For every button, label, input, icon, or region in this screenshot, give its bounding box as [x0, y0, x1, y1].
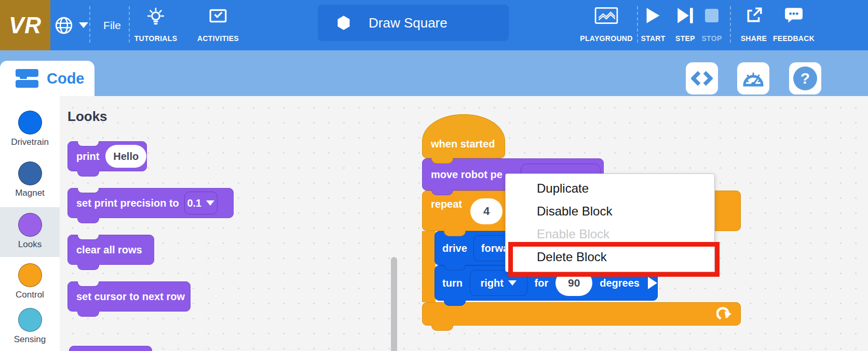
- block-label: set print precision to: [76, 197, 179, 209]
- degrees-input[interactable]: 90: [555, 270, 592, 296]
- block-when-started[interactable]: when started: [422, 114, 505, 158]
- project-name-button[interactable]: Draw Square: [318, 5, 509, 41]
- stop-icon: [705, 9, 718, 22]
- category-sidebar: Drivetrain Magnet Looks Control Sensing: [0, 96, 60, 351]
- playground-label: PLAYGROUND: [580, 34, 632, 43]
- sidebar-item-drivetrain[interactable]: Drivetrain: [0, 111, 60, 147]
- block-bump: [77, 264, 99, 270]
- feedback-bubble-icon: [784, 7, 803, 23]
- looks-category-icon[interactable]: [18, 213, 42, 237]
- block-label: turn: [442, 277, 463, 289]
- expand-play-icon[interactable]: [648, 277, 657, 289]
- block-notch: [77, 281, 99, 287]
- block-set-print-precision[interactable]: set print precision to 0.1: [67, 188, 234, 218]
- category-label: Drivetrain: [11, 137, 49, 147]
- feedback-button[interactable]: FEEDBACK: [772, 5, 816, 46]
- block-bump: [431, 189, 453, 195]
- vexcode-vr-app: VR File TUTORIALS A: [0, 0, 868, 351]
- top-menu-bar: VR File TUTORIALS A: [0, 0, 868, 50]
- menu-item-enable-block: Enable Block: [506, 223, 714, 246]
- text-code-view-button[interactable]: [686, 62, 718, 95]
- dashboard-button[interactable]: [737, 62, 769, 95]
- help-button[interactable]: ?: [789, 62, 821, 95]
- block-print[interactable]: print Hello: [67, 141, 147, 171]
- stop-button: STOP: [699, 5, 724, 46]
- control-category-icon[interactable]: [18, 263, 42, 287]
- sidebar-item-sensing[interactable]: Sensing: [0, 308, 60, 345]
- block-bump: [77, 218, 99, 223]
- block-label: drive: [442, 242, 467, 254]
- block-label: degrees: [600, 277, 640, 289]
- category-label: Magnet: [15, 188, 45, 198]
- chevron-down-icon: [79, 22, 88, 28]
- gauge-icon: [742, 69, 765, 88]
- language-selector[interactable]: [54, 0, 88, 50]
- sidebar-item-looks[interactable]: Looks: [0, 207, 60, 257]
- activities-button[interactable]: ACTIVITIES: [193, 5, 243, 46]
- category-label: Looks: [18, 239, 42, 250]
- start-button[interactable]: START: [639, 5, 667, 46]
- magnet-category-icon[interactable]: [18, 161, 42, 185]
- blocks-icon: [16, 69, 39, 88]
- repeat-arm[interactable]: [422, 231, 436, 302]
- divider: [637, 6, 638, 43]
- divider: [89, 6, 90, 43]
- precision-dropdown[interactable]: 0.1: [184, 192, 218, 214]
- block-bump: [431, 157, 453, 164]
- menu-item-disable-block[interactable]: Disable Block: [506, 200, 714, 223]
- divider: [730, 6, 731, 43]
- loop-arrow-icon: [716, 306, 732, 322]
- repeat-count-input[interactable]: 4: [470, 198, 503, 224]
- activities-label: ACTIVITIES: [197, 34, 239, 43]
- palette-heading: Looks: [67, 109, 107, 125]
- chevron-down-icon: [508, 280, 517, 286]
- block-label: for: [535, 277, 549, 289]
- sensing-category-icon[interactable]: [18, 308, 42, 332]
- drivetrain-category-icon[interactable]: [18, 111, 42, 134]
- block-clear-all-rows[interactable]: clear all rows: [67, 235, 154, 265]
- block-partial[interactable]: [69, 346, 152, 351]
- share-button[interactable]: SHARE: [738, 5, 770, 46]
- tab-code[interactable]: Code: [0, 61, 94, 96]
- tutorials-button[interactable]: TUTORIALS: [131, 5, 181, 46]
- block-bump: [444, 230, 466, 236]
- step-button[interactable]: STEP: [671, 5, 700, 46]
- sidebar-item-magnet[interactable]: Magnet: [0, 161, 60, 198]
- palette-scrollbar[interactable]: [391, 257, 397, 351]
- block-notch: [77, 235, 99, 240]
- share-label: SHARE: [741, 34, 767, 43]
- block-label: move robot pe: [431, 169, 503, 181]
- file-menu-button[interactable]: File: [97, 0, 128, 50]
- checklist-icon: [209, 7, 227, 24]
- repeat-arm-bottom[interactable]: [422, 302, 741, 326]
- menu-item-delete-block[interactable]: Delete Block: [506, 246, 714, 268]
- share-icon: [745, 7, 763, 24]
- block-notch: [77, 188, 99, 193]
- turn-direction-dropdown[interactable]: right: [470, 270, 527, 296]
- category-label: Sensing: [14, 334, 46, 345]
- tutorials-label: TUTORIALS: [134, 34, 178, 43]
- step-icon: [676, 7, 694, 24]
- sidebar-item-control[interactable]: Control: [0, 263, 60, 300]
- block-bump: [444, 300, 466, 306]
- feedback-label: FEEDBACK: [773, 34, 815, 43]
- text-input[interactable]: Hello: [105, 145, 146, 168]
- block-bump: [77, 171, 99, 177]
- project-name: Draw Square: [369, 15, 447, 31]
- block-bump: [431, 325, 453, 331]
- block-bump: [77, 311, 99, 317]
- question-mark-icon: ?: [793, 66, 817, 90]
- playground-button[interactable]: PLAYGROUND: [575, 5, 638, 46]
- workspace: Drivetrain Magnet Looks Control Sensing …: [0, 96, 868, 351]
- block-set-cursor-next-row[interactable]: set cursor to next row: [67, 281, 191, 312]
- category-label: Control: [16, 290, 44, 300]
- menu-item-duplicate[interactable]: Duplicate: [506, 177, 714, 200]
- block-label: print: [76, 151, 99, 163]
- block-bump: [444, 264, 466, 271]
- lightbulb-icon: [146, 7, 165, 26]
- context-menu: Duplicate Disable Block Enable Block Del…: [505, 173, 715, 272]
- block-label: set cursor to next row: [76, 291, 185, 303]
- code-tab-label: Code: [47, 70, 85, 87]
- play-icon: [645, 7, 661, 24]
- vr-logo[interactable]: VR: [0, 0, 50, 50]
